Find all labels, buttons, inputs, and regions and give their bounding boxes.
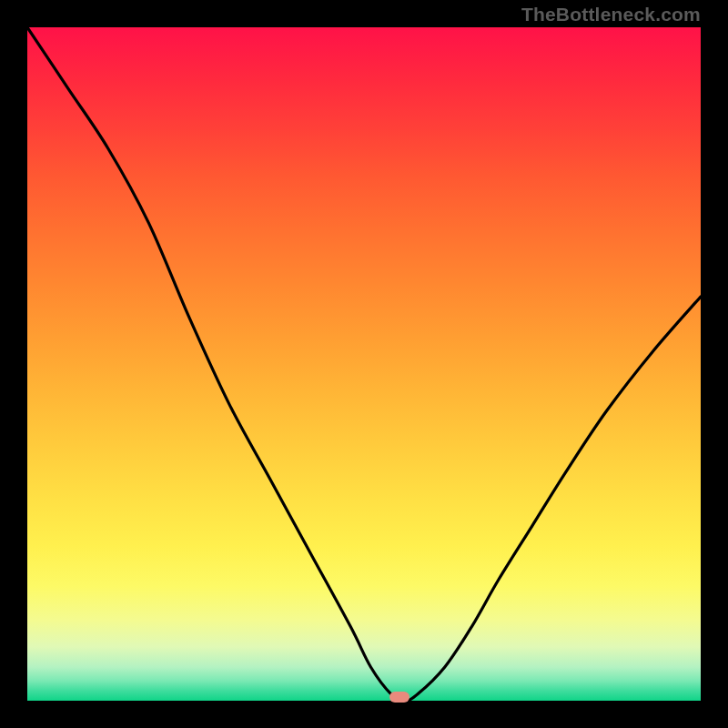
optimal-marker [389,692,410,703]
bottleneck-curve [27,27,701,701]
chart-container: TheBottleneck.com [0,0,728,728]
curve-path [27,27,701,701]
watermark-text: TheBottleneck.com [521,4,701,25]
